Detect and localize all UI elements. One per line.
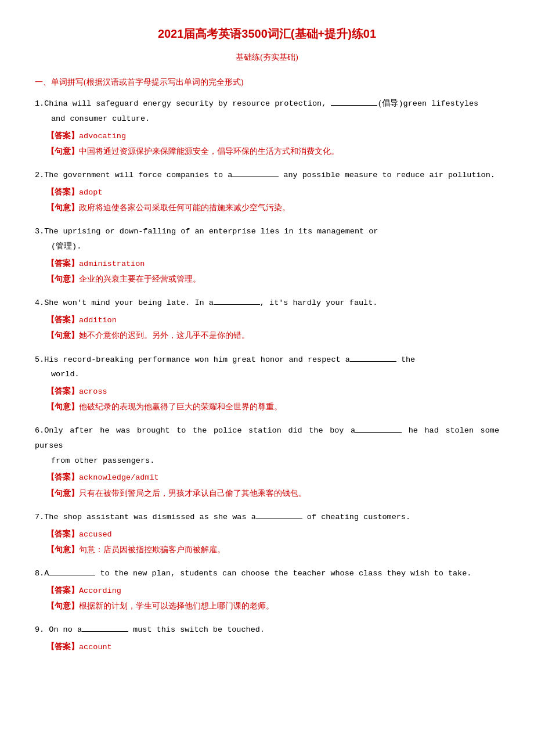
q8-text: 8.A to the new plan, students can choose… (35, 566, 499, 581)
q8-answer: 【答案】According (46, 584, 499, 598)
question-8: 8.A to the new plan, students can choose… (35, 566, 499, 613)
q8-sentence: 【句意】根据新的计划，学生可以选择他们想上哪门课的老师。 (46, 599, 499, 613)
q9-answer: 【答案】account (46, 640, 499, 654)
page-container: 2021届高考英语3500词汇(基础+提升)练01 基础练(夯实基础) 一、单词… (35, 23, 499, 654)
q3-continuation: (管理). (51, 239, 499, 254)
q2-answer: 【答案】adopt (46, 185, 499, 200)
q9-text: 9. On no a must this switch be touched. (35, 622, 499, 638)
question-7: 7.The shop assistant was dismissed as sh… (35, 510, 499, 557)
q7-text: 7.The shop assistant was dismissed as sh… (35, 510, 499, 525)
q1-text: 1.China will safeguard energy security b… (35, 96, 499, 111)
question-2: 2.The government will force companies to… (35, 168, 499, 215)
question-3: 3.The uprising or down-falling of an ent… (35, 224, 499, 286)
q3-answer: 【答案】administration (46, 257, 499, 271)
q7-answer: 【答案】accused (46, 527, 499, 542)
q5-text: 5.His record-breaking performance won hi… (35, 352, 499, 368)
q2-sentence: 【句意】政府将迫使各家公司采取任何可能的措施来减少空气污染。 (46, 201, 499, 215)
question-1: 1.China will safeguard energy security b… (35, 96, 499, 159)
q5-sentence: 【句意】他破纪录的表现为他赢得了巨大的荣耀和全世界的尊重。 (46, 400, 499, 414)
q1-continuation: and consumer culture. (51, 111, 499, 127)
page-title: 2021届高考英语3500词汇(基础+提升)练01 (35, 23, 499, 44)
q4-sentence: 【句意】她不介意你的迟到。另外，这几乎不是你的错。 (46, 329, 499, 343)
q6-text: 6.Only after he was brought to the polic… (35, 423, 499, 453)
q4-text: 4.She won't mind your being late. In a, … (35, 296, 499, 311)
q3-text: 3.The uprising or down-falling of an ent… (35, 224, 499, 239)
q6-continuation: from other passengers. (51, 453, 499, 469)
q1-answer: 【答案】advocating (46, 129, 499, 143)
question-6: 6.Only after he was brought to the polic… (35, 423, 499, 501)
subtitle: 基础练(夯实基础) (35, 50, 499, 64)
q7-sentence: 【句意】句意：店员因被指控欺骗客户而被解雇。 (46, 543, 499, 557)
section-header: 一、单词拼写(根据汉语或首字母提示写出单词的完全形式) (35, 75, 499, 89)
q6-answer: 【答案】acknowledge/admit (46, 470, 499, 485)
q1-sentence: 【句意】中国将通过资源保护来保障能源安全，倡导环保的生活方式和消费文化。 (46, 145, 499, 159)
q5-answer: 【答案】across (46, 384, 499, 399)
question-5: 5.His record-breaking performance won hi… (35, 352, 499, 415)
q4-answer: 【答案】addition (46, 313, 499, 327)
question-9: 9. On no a must this switch be touched. … (35, 622, 499, 654)
q6-sentence: 【句意】只有在被带到警局之后，男孩才承认自己偷了其他乘客的钱包。 (46, 487, 499, 501)
q2-text: 2.The government will force companies to… (35, 168, 499, 183)
q5-continuation: world. (51, 367, 499, 382)
question-4: 4.She won't mind your being late. In a, … (35, 296, 499, 343)
q3-sentence: 【句意】企业的兴衰主要在于经营或管理。 (46, 272, 499, 286)
